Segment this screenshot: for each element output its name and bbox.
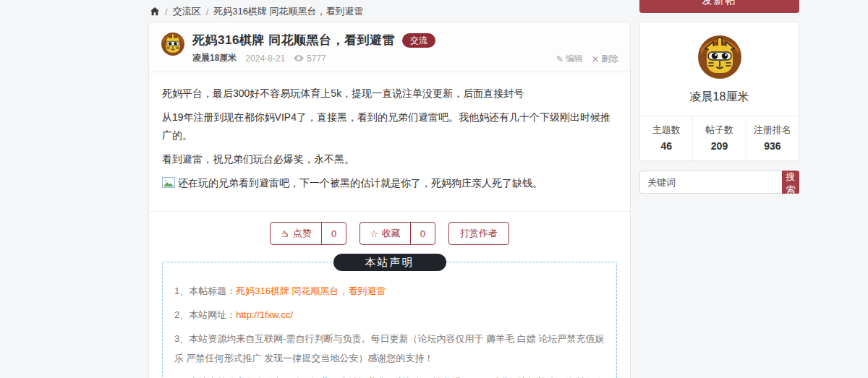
user-name[interactable]: 凌晨18厘米 <box>640 90 799 105</box>
author-name[interactable]: 凌晨18厘米 <box>192 52 237 64</box>
stat-rank: 注册排名 936 <box>746 116 799 160</box>
post-header: 死妈316棋牌 同花顺黑台，看到避雷 交流 凌晨18厘米 2024-8-21 5… <box>149 22 630 72</box>
breadcrumb-item-current: 死妈316棋牌 同花顺黑台，看到避雷 <box>213 5 363 18</box>
post-content: 死妈平台，最后300好不容易玩体育上5k，提现一直说注单没更新，后面直接封号 从… <box>149 72 630 207</box>
site-url-link[interactable]: http://1fxw.cc/ <box>236 309 293 320</box>
post-title-block: 死妈316棋牌 同花顺黑台，看到避雷 交流 凌晨18厘米 2024-8-21 5… <box>192 32 435 64</box>
home-icon[interactable] <box>150 7 160 17</box>
stat-posts: 帖子数 209 <box>692 116 745 160</box>
breadcrumb: / 交流区 / 死妈316棋牌 同花顺黑台，看到避雷 <box>148 0 631 19</box>
notice-item: 3、本站资源均来自互联网-需自行判断与负责。每日更新（论坛内容仅用于 薅羊毛 白… <box>174 329 605 368</box>
delete-button[interactable]: ✕删除 <box>592 53 618 65</box>
user-stats: 主题数 46 帖子数 209 注册排名 936 <box>640 116 799 160</box>
notice-post-title-link[interactable]: 死妈316棋牌 同花顺黑台，看到避雷 <box>236 285 386 296</box>
delete-icon: ✕ <box>592 54 599 64</box>
notice-item: 4、本站由菲律宾华人分享网公司运营，本站运营非盈利机构，请您满足18+ 后进行访… <box>174 372 605 378</box>
favorite-count: 0 <box>410 223 435 244</box>
view-count: 5777 <box>294 53 326 64</box>
post-card: 死妈316棋牌 同花顺黑台，看到避雷 交流 凌晨18厘米 2024-8-21 5… <box>148 22 631 378</box>
reward-author-button[interactable]: 打赏作者 <box>448 222 509 245</box>
user-avatar[interactable] <box>697 70 743 82</box>
main-column: / 交流区 / 死妈316棋牌 同花顺黑台，看到避雷 死妈316棋牌 同花顺黑台… <box>148 0 631 378</box>
author-avatar[interactable] <box>161 32 185 56</box>
post-paragraph: 死妈平台，最后300好不容易玩体育上5k，提现一直说注单没更新，后面直接封号 <box>162 85 617 103</box>
stat-topics: 主题数 46 <box>640 116 692 160</box>
broken-image-icon <box>162 176 175 194</box>
site-notice: 本站声明 1、本帖标题：死妈316棋牌 同花顺黑台，看到避雷 2、本站网址：ht… <box>162 262 617 378</box>
post-tools: ✎编辑 ✕删除 <box>556 53 618 65</box>
post-meta: 凌晨18厘米 2024-8-21 5777 <box>192 52 435 64</box>
page: / 交流区 / 死妈316棋牌 同花顺黑台，看到避雷 死妈316棋牌 同花顺黑台… <box>0 0 868 378</box>
sidebar: 发新帖 凌晨18厘米 主题数 46 帖子数 209 注册排名 936 <box>639 0 799 194</box>
thumbs-up-icon: 🖒 <box>280 228 289 239</box>
category-badge[interactable]: 交流 <box>402 33 435 48</box>
like-count: 0 <box>321 223 346 244</box>
breadcrumb-separator: / <box>165 7 168 17</box>
like-button[interactable]: 🖒点赞 0 <box>270 222 346 245</box>
post-paragraph: 还在玩的兄弟看到避雷吧，下一个被黑的估计就是你了，死妈狗庄亲人死了缺钱。 <box>162 174 617 194</box>
user-card: 凌晨18厘米 主题数 46 帖子数 209 注册排名 936 <box>639 22 799 161</box>
search-button[interactable]: 搜索 <box>782 171 799 194</box>
post-paragraph: 从19年注册到现在都你妈VIP4了，直接黑，看到的兄弟们避雷吧。我他妈还有几十个… <box>162 108 617 145</box>
favorite-button[interactable]: ☆收藏 0 <box>359 222 435 245</box>
eye-icon <box>294 55 304 61</box>
breadcrumb-separator: / <box>206 7 209 17</box>
post-title: 死妈316棋牌 同花顺黑台，看到避雷 <box>192 32 395 48</box>
post-paragraph: 看到避雷，祝兄弟们玩台必爆奖，永不黑。 <box>162 150 617 168</box>
edit-button[interactable]: ✎编辑 <box>556 53 583 65</box>
notice-item: 2、本站网址：http://1fxw.cc/ <box>174 305 605 325</box>
breadcrumb-item-forum[interactable]: 交流区 <box>173 5 201 18</box>
search-bar: 搜索 <box>639 171 799 194</box>
post-actions: 🖒点赞 0 ☆收藏 0 打赏作者 <box>149 211 630 256</box>
search-input[interactable] <box>639 171 782 194</box>
notice-title: 本站声明 <box>333 254 446 271</box>
notice-item: 1、本帖标题：死妈316棋牌 同花顺黑台，看到避雷 <box>174 281 605 301</box>
star-icon: ☆ <box>370 228 378 239</box>
post-date: 2024-8-21 <box>245 53 285 64</box>
edit-icon: ✎ <box>556 54 563 64</box>
new-post-button[interactable]: 发新帖 <box>639 0 799 13</box>
